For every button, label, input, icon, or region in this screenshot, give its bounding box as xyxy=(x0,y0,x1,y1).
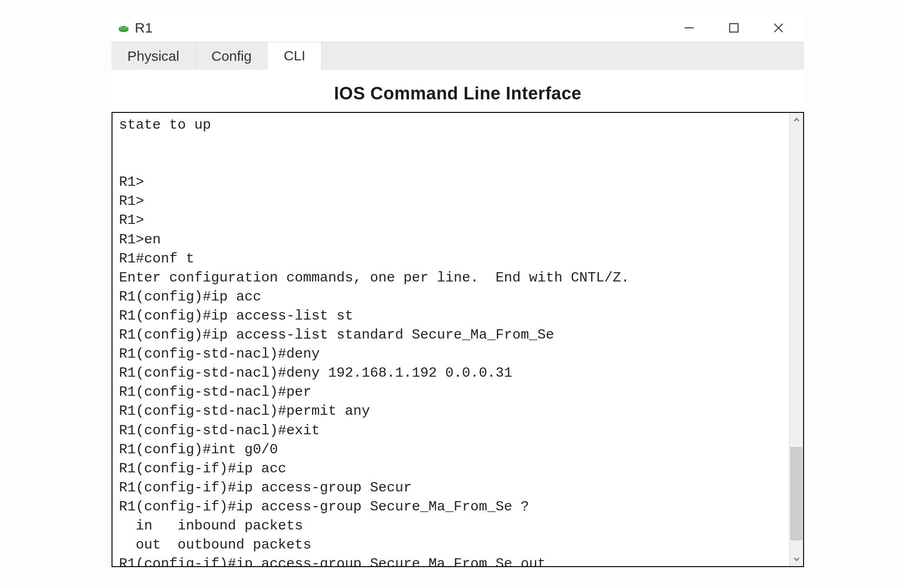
minimize-icon xyxy=(683,21,696,34)
svg-point-1 xyxy=(119,26,129,31)
close-icon xyxy=(772,22,785,34)
scroll-down-button[interactable] xyxy=(790,552,803,566)
tab-bar: Physical Config CLI xyxy=(112,42,804,70)
scroll-up-button[interactable] xyxy=(790,113,803,127)
tab-content: IOS Command Line Interface state to up R… xyxy=(112,70,804,567)
minimize-button[interactable] xyxy=(679,19,700,37)
close-button[interactable] xyxy=(768,19,789,37)
tab-label: Physical xyxy=(127,48,179,64)
cli-terminal[interactable]: state to up R1> R1> R1> R1>en R1#conf t … xyxy=(112,113,789,566)
device-window: R1 Physical xyxy=(112,14,804,567)
maximize-button[interactable] xyxy=(723,19,745,37)
window-title: R1 xyxy=(135,20,152,36)
router-icon xyxy=(117,21,130,34)
svg-rect-3 xyxy=(730,24,738,32)
tab-label: Config xyxy=(211,48,252,64)
tab-config[interactable]: Config xyxy=(196,42,268,70)
title-left: R1 xyxy=(117,20,679,36)
tab-physical[interactable]: Physical xyxy=(112,42,196,70)
chevron-up-icon xyxy=(793,117,800,123)
tab-cli[interactable]: CLI xyxy=(268,42,322,70)
terminal-scrollbar[interactable] xyxy=(789,113,803,566)
terminal-container: state to up R1> R1> R1> R1>en R1#conf t … xyxy=(112,112,804,567)
titlebar: R1 xyxy=(112,14,804,42)
window-controls xyxy=(679,19,798,37)
chevron-down-icon xyxy=(793,556,800,562)
scroll-thumb[interactable] xyxy=(791,447,802,540)
cli-heading: IOS Command Line Interface xyxy=(112,84,804,104)
tab-label: CLI xyxy=(284,48,305,64)
maximize-icon xyxy=(728,22,739,33)
